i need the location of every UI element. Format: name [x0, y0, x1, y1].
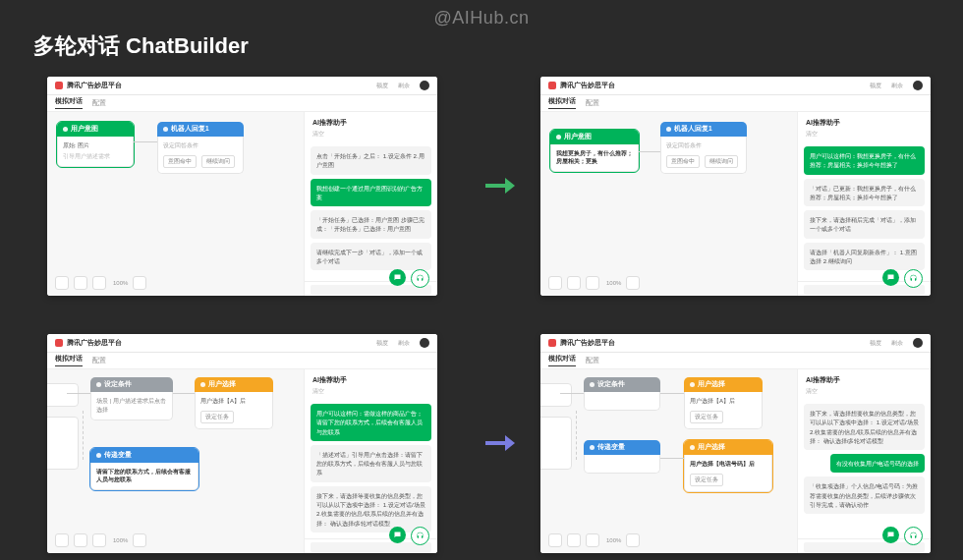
- tab-config[interactable]: 配置: [586, 99, 599, 108]
- tool-add-icon[interactable]: [74, 276, 87, 290]
- node-icon: [63, 127, 68, 132]
- edge: [576, 411, 577, 460]
- tab-simulate[interactable]: 模拟对话: [55, 355, 83, 366]
- node-body: 请留下您的联系方式，后续会有客服人员与您联系: [96, 467, 193, 485]
- tool-reset-icon[interactable]: [133, 533, 146, 547]
- tool-zoom-icon[interactable]: [92, 533, 106, 547]
- node-variable[interactable]: 传递变量: [584, 440, 660, 474]
- node-variable[interactable]: 传递变量 请留下您的联系方式，后续会有客服人员与您联系: [90, 448, 198, 490]
- product-name: 腾讯广告妙思平台: [67, 338, 367, 348]
- tool-zoom-icon[interactable]: [92, 276, 106, 290]
- chip-option[interactable]: 继续询问: [705, 155, 738, 168]
- chat-msg-ai: 「收集项选择」个人信息/电话号码：为推荐需要收集的信息类型，后续详步骤依次引导完…: [804, 476, 925, 514]
- node-body: 场景 | 用户描述需求后点击选择: [96, 396, 167, 416]
- tool-pointer-icon[interactable]: [55, 533, 69, 547]
- node-bot-reply[interactable]: 机器人回复1 设定回答条件 意图命中 继续询问: [157, 122, 244, 174]
- flow-canvas[interactable]: 设定条件 用户选择 用户选择【A】后 设定任务 传递变量 用户选择 用户选择【电…: [540, 369, 797, 553]
- sidebar-clear[interactable]: 清空: [798, 387, 931, 400]
- fab-headset-button[interactable]: [904, 269, 923, 288]
- tab-config[interactable]: 配置: [586, 357, 599, 365]
- node-user-choice-phone[interactable]: 用户选择 用户选择【电话号码】后 设定任务: [684, 440, 772, 492]
- fab-headset-button[interactable]: [411, 527, 429, 545]
- zoom-level: 100%: [606, 280, 621, 286]
- fab-group: [389, 527, 429, 545]
- page-title: 多轮对话 ChatBuilder: [33, 31, 249, 61]
- sidebar-clear[interactable]: 清空: [305, 130, 437, 142]
- fab-headset-button[interactable]: [904, 527, 923, 545]
- node-user-intent[interactable]: 用户意图 我想更换房子，有什么推荐；房屋相关；更换: [550, 130, 639, 172]
- node-user-choice[interactable]: 用户选择 用户选择【A】后 设定任务: [195, 377, 273, 429]
- tab-config[interactable]: 配置: [92, 99, 106, 108]
- flow-canvas[interactable]: 用户意图 原始: 图片 引导用户描述需求 机器人回复1 设定回答条件 意图命中 …: [47, 112, 304, 296]
- chat-sidebar: AI推荐助手 清空 接下来，请选择想要收集的信息类型，您可以从以下选项中选择： …: [797, 369, 931, 553]
- node-icon: [556, 135, 561, 140]
- credits-label: 额度: [376, 339, 388, 348]
- avatar[interactable]: [420, 338, 429, 348]
- chat-msg-ai: 接下来，请选择想要收集的信息类型，您可以从以下选项中选择： 1.设定对话/场景 …: [804, 404, 925, 450]
- chip-option[interactable]: 意图命中: [163, 155, 197, 168]
- screenshot-panel-4: 腾讯广告妙思平台 额度 剩余 模拟对话 配置 设定条件 用户选择 用户选择【A】…: [540, 334, 931, 553]
- node-icon: [163, 127, 168, 132]
- logo-icon: [548, 82, 556, 89]
- edge: [134, 141, 157, 142]
- chat-msg-ai: 请继续完成下一步「对话」，添加一个或多个对话: [311, 243, 431, 271]
- chip-option[interactable]: 意图命中: [666, 155, 700, 168]
- tool-zoom-icon[interactable]: [586, 533, 599, 547]
- fab-headset-button[interactable]: [411, 269, 429, 288]
- chip-option[interactable]: 继续询问: [201, 155, 235, 168]
- flow-canvas[interactable]: 设定条件 场景 | 用户描述需求后点击选择 用户选择 用户选择【A】后 设定任务…: [47, 369, 304, 553]
- node-condition[interactable]: 设定条件: [584, 377, 660, 411]
- tool-add-icon[interactable]: [567, 533, 581, 547]
- fab-chat-button[interactable]: [882, 527, 899, 543]
- product-name: 腾讯广告妙思平台: [560, 81, 860, 90]
- tab-config[interactable]: 配置: [92, 357, 106, 365]
- tool-reset-icon[interactable]: [626, 276, 640, 290]
- node-partial[interactable]: [47, 417, 79, 470]
- tool-add-icon[interactable]: [567, 276, 581, 290]
- tool-pointer-icon[interactable]: [548, 533, 562, 547]
- node-bot-reply[interactable]: 机器人回复1 设定回答条件 意图命中 继续询问: [660, 122, 747, 174]
- tool-pointer-icon[interactable]: [548, 276, 562, 290]
- tab-simulate[interactable]: 模拟对话: [548, 355, 576, 366]
- product-name: 腾讯广告妙思平台: [67, 81, 367, 90]
- chat-msg-ai: 接下来，请选择稍后完成「对话」，添加一个或多个对话: [804, 210, 925, 239]
- fab-group: [882, 269, 923, 288]
- edge: [173, 393, 195, 394]
- sidebar-title: AI推荐助手: [798, 112, 931, 130]
- zoom-level: 100%: [113, 537, 128, 543]
- node-condition[interactable]: 设定条件 场景 | 用户描述需求后点击选择: [90, 377, 173, 420]
- sidebar-clear[interactable]: 清空: [798, 130, 931, 142]
- tool-zoom-icon[interactable]: [586, 276, 599, 290]
- tool-reset-icon[interactable]: [133, 276, 146, 290]
- screenshot-panel-3: 腾讯广告妙思平台 额度 剩余 模拟对话 配置 设定条件 场景 | 用户描述需求后…: [47, 334, 437, 553]
- node-partial[interactable]: [540, 383, 572, 407]
- fab-chat-button[interactable]: [389, 527, 406, 543]
- node-user-choice[interactable]: 用户选择 用户选择【A】后 设定任务: [684, 377, 763, 429]
- node-title: 用户选择: [698, 380, 725, 389]
- logo-icon: [55, 339, 63, 347]
- credits-label: 额度: [870, 339, 881, 348]
- node-user-intent[interactable]: 用户意图 原始: 图片 引导用户描述需求: [57, 122, 134, 167]
- chip-option[interactable]: 设定任务: [200, 411, 234, 423]
- node-partial[interactable]: [540, 417, 572, 470]
- fab-group: [389, 269, 429, 288]
- remain-label: 剩余: [398, 82, 410, 90]
- avatar[interactable]: [913, 338, 923, 348]
- fab-group: [882, 527, 923, 545]
- tool-reset-icon[interactable]: [626, 533, 640, 547]
- chip-option[interactable]: 设定任务: [690, 474, 723, 486]
- canvas-toolbar: 100%: [55, 276, 146, 290]
- tab-simulate[interactable]: 模拟对话: [55, 97, 83, 109]
- tool-pointer-icon[interactable]: [55, 276, 69, 290]
- avatar[interactable]: [913, 81, 923, 90]
- chip-option[interactable]: 设定任务: [690, 411, 723, 423]
- app-bar: 腾讯广告妙思平台 额度 剩余: [540, 334, 931, 353]
- sidebar-clear[interactable]: 清空: [305, 387, 437, 400]
- fab-chat-button[interactable]: [882, 269, 899, 286]
- tool-add-icon[interactable]: [74, 533, 87, 547]
- tab-simulate[interactable]: 模拟对话: [548, 97, 576, 109]
- fab-chat-button[interactable]: [389, 269, 406, 286]
- node-partial[interactable]: [47, 383, 79, 407]
- flow-canvas[interactable]: 用户意图 我想更换房子，有什么推荐；房屋相关；更换 机器人回复1 设定回答条件 …: [540, 112, 797, 296]
- avatar[interactable]: [420, 81, 429, 90]
